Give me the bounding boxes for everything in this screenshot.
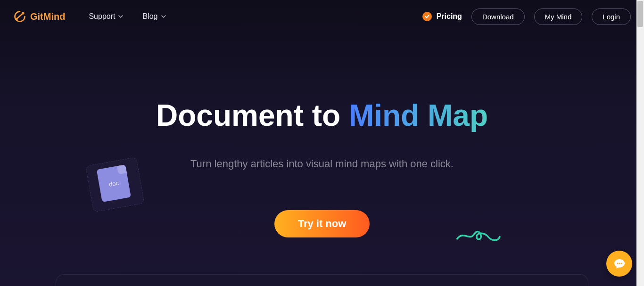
scrollbar-thumb[interactable] [637,1,643,27]
hero-title-part2: Mind Map [349,98,488,132]
svg-point-4 [620,262,622,264]
my-mind-button[interactable]: My Mind [534,8,583,25]
chevron-down-icon [118,14,124,19]
gitmind-logo-icon [13,10,26,23]
swirl-decoration-icon [453,229,503,245]
nav-blog[interactable]: Blog [142,12,166,21]
pricing-label: Pricing [437,12,462,21]
nav-right: Pricing Download My Mind Login [422,8,631,25]
header: GitMind Support Blog Pricing Download [0,0,644,33]
hero-title: Document to Mind Map [0,99,644,132]
nav-support[interactable]: Support [89,12,124,21]
chat-icon [613,257,626,270]
nav-blog-label: Blog [142,12,157,21]
doc-illustration: doc [85,155,155,220]
nav-left: Support Blog [89,12,166,21]
chevron-down-icon [161,14,166,19]
hero-title-part1: Document to [156,98,349,132]
logo-text: GitMind [30,11,65,22]
hero: Document to Mind Map Turn lengthy articl… [0,33,644,237]
nav-support-label: Support [89,12,115,21]
chat-button[interactable] [606,251,632,277]
scrollbar[interactable] [636,0,644,286]
checkmark-icon [422,12,432,21]
login-button[interactable]: Login [592,8,631,25]
svg-point-0 [15,18,17,20]
svg-point-1 [22,12,24,14]
doc-file-icon: doc [97,164,131,202]
logo[interactable]: GitMind [13,10,65,23]
nav-pricing[interactable]: Pricing [422,12,462,21]
download-button[interactable]: Download [471,8,525,25]
content-panel [56,274,588,286]
svg-point-3 [619,262,620,264]
try-it-now-button[interactable]: Try it now [274,210,370,237]
svg-point-2 [617,262,618,264]
